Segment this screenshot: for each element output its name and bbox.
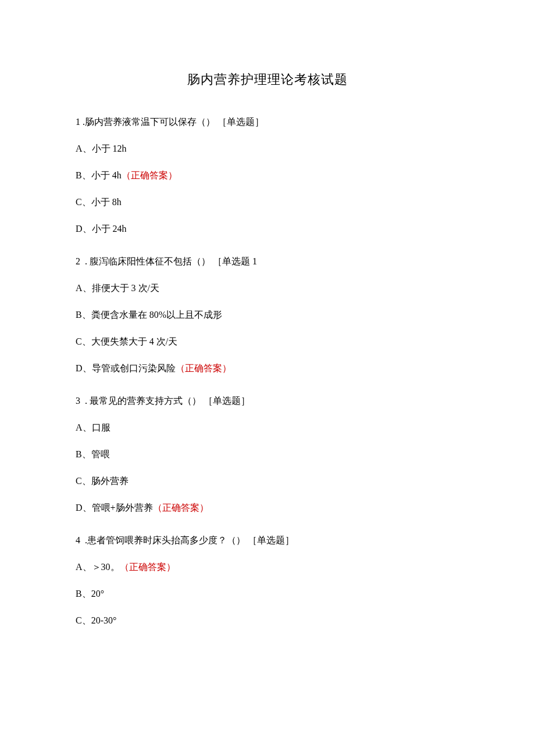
option-label: B、 <box>76 449 91 459</box>
question-stem: .患者管饲喂养时床头抬高多少度？（） ［单选题］ <box>83 535 294 545</box>
option: B、管喂 <box>76 447 459 461</box>
question-block: 1.肠内营养液常温下可以保存（） ［单选题］A、小于 12hB、小于 4h（正确… <box>76 115 459 236</box>
option-label: A、 <box>76 283 92 293</box>
question-block: 3 . 最常见的营养支持方式（） ［单选题］A、口服B、管喂C、肠外营养D、管喂… <box>76 394 459 515</box>
questions-container: 1.肠内营养液常温下可以保存（） ［单选题］A、小于 12hB、小于 4h（正确… <box>76 115 459 628</box>
question-number: 1 <box>76 117 80 127</box>
question-text: 1.肠内营养液常温下可以保存（） ［单选题］ <box>76 115 459 129</box>
option: C、大便失禁大于 4 次/天 <box>76 335 459 349</box>
page-title: 肠内营养护理理论考核试题 <box>76 70 459 89</box>
option-label: C、 <box>76 197 91 207</box>
option-text: 大便失禁大于 4 次/天 <box>91 336 177 346</box>
option-label: A、 <box>76 144 92 153</box>
question-stem: .肠内营养液常温下可以保存（） ［单选题］ <box>83 117 264 127</box>
question-text: 3 . 最常见的营养支持方式（） ［单选题］ <box>76 394 459 408</box>
option: D、导管或创口污染风险（正确答案） <box>76 361 459 375</box>
option-text: 小于 8h <box>91 197 122 207</box>
option-text: 小于 4h <box>91 170 122 180</box>
option-text: 管喂+肠外营养 <box>92 503 153 513</box>
question-stem: . 腹泻临床阳性体征不包括（） ［单选题 1 <box>83 256 257 266</box>
option-label: D、 <box>76 224 92 234</box>
option-text: ＞30。 <box>92 562 120 572</box>
question-number: 4 <box>76 535 80 545</box>
correct-answer-label: （正确答案） <box>122 170 177 180</box>
option-text: 小于 12h <box>92 144 127 153</box>
option-text: 粪便含水量在 80%以上且不成形 <box>91 310 222 320</box>
option: B、粪便含水量在 80%以上且不成形 <box>76 308 459 322</box>
question-block: 4 .患者管饲喂养时床头抬高多少度？（） ［单选题］A、＞30。（正确答案）B、… <box>76 533 459 628</box>
question-number: 2 <box>76 256 80 266</box>
option: C、肠外营养 <box>76 474 459 488</box>
option-label: C、 <box>76 336 91 346</box>
option-text: 小于 24h <box>92 224 127 234</box>
option-label: A、 <box>76 422 92 432</box>
correct-answer-label: （正确答案） <box>176 363 231 373</box>
option-text: 20-30° <box>91 615 117 625</box>
question-text: 2 . 腹泻临床阳性体征不包括（） ［单选题 1 <box>76 255 459 268</box>
option: A、排便大于 3 次/天 <box>76 281 459 295</box>
option-text: 排便大于 3 次/天 <box>92 283 159 293</box>
option-text: 管喂 <box>91 449 110 459</box>
option: C、20-30° <box>76 614 459 628</box>
option: D、管喂+肠外营养（正确答案） <box>76 501 459 515</box>
question-stem: . 最常见的营养支持方式（） ［单选题］ <box>83 396 250 406</box>
option-text: 肠外营养 <box>91 476 129 486</box>
option: C、小于 8h <box>76 195 459 209</box>
option-label: C、 <box>76 615 91 625</box>
option-text: 口服 <box>92 422 110 432</box>
option-label: B、 <box>76 310 91 320</box>
option-text: 20° <box>91 589 104 599</box>
question-block: 2 . 腹泻临床阳性体征不包括（） ［单选题 1A、排便大于 3 次/天B、粪便… <box>76 255 459 375</box>
option-text: 导管或创口污染风险 <box>92 363 176 373</box>
option-label: D、 <box>76 363 92 373</box>
option: A、口服 <box>76 421 459 435</box>
option-label: A、 <box>76 562 92 572</box>
option-label: B、 <box>76 170 91 180</box>
option-label: C、 <box>76 476 91 486</box>
correct-answer-label: （正确答案） <box>120 562 176 572</box>
option-label: B、 <box>76 589 91 599</box>
option: D、小于 24h <box>76 222 459 236</box>
option-label: D、 <box>76 503 92 513</box>
correct-answer-label: （正确答案） <box>153 503 209 513</box>
question-text: 4 .患者管饲喂养时床头抬高多少度？（） ［单选题］ <box>76 533 459 547</box>
question-number: 3 <box>76 396 80 406</box>
option: A、＞30。（正确答案） <box>76 560 459 574</box>
option: B、20° <box>76 587 459 601</box>
option: B、小于 4h（正确答案） <box>76 169 459 182</box>
option: A、小于 12h <box>76 142 459 156</box>
